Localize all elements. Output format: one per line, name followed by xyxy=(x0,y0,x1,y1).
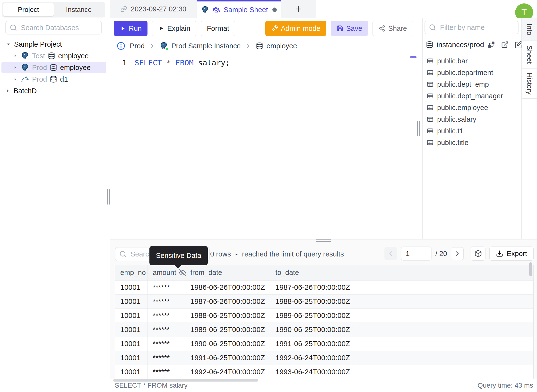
page-total: / 20 xyxy=(435,250,447,258)
row-count: 0 rows xyxy=(210,250,231,258)
cell-filler xyxy=(356,351,533,365)
table-name: public.bar xyxy=(437,57,468,65)
cell: 10001 xyxy=(115,365,147,379)
table-list-item[interactable]: public.title xyxy=(423,137,521,148)
horizontal-scrollbar-thumb[interactable] xyxy=(113,379,258,382)
cell: 1990-06-25T00:00:00Z xyxy=(185,337,270,351)
database-label: employee xyxy=(267,42,297,50)
cell: 10001 xyxy=(115,294,147,308)
right-sidebar-resize-handle[interactable] xyxy=(417,121,420,136)
tab-history[interactable]: History xyxy=(522,69,537,99)
column-header[interactable]: to_date xyxy=(270,265,356,280)
run-button[interactable]: Run xyxy=(114,21,147,36)
line-number: 1 xyxy=(110,58,127,67)
results-summary: 0 rows - reached the limit of query resu… xyxy=(210,247,344,261)
tab-datetime-sheet[interactable]: 2023-09-27 02:30 xyxy=(110,0,197,18)
column-header[interactable]: emp_no xyxy=(115,265,147,280)
eye-off-icon[interactable] xyxy=(179,269,186,276)
tree-item-test-employee[interactable]: Test employee xyxy=(0,50,108,62)
export-button[interactable]: Export xyxy=(489,247,534,261)
right-panel-tabs: Info Sheet History xyxy=(521,18,537,243)
table-name: public.department xyxy=(437,69,493,77)
table-list-item[interactable]: public.salary xyxy=(423,113,521,125)
table-list-item[interactable]: public.dept_emp xyxy=(423,78,521,90)
format-button[interactable]: Format xyxy=(201,21,235,36)
right-sidebar: instances/prod public.bar public.departm… xyxy=(422,18,521,243)
query-time: Query time: 43 ms xyxy=(477,382,533,389)
table-row: 10001******1986-06-26T00:00:00Z1987-06-2… xyxy=(115,280,533,294)
admin-mode-button[interactable]: Admin mode xyxy=(265,21,326,36)
next-page-button[interactable] xyxy=(451,247,464,260)
users-icon xyxy=(212,6,220,14)
scroll-indicator[interactable] xyxy=(410,56,416,58)
info-icon[interactable] xyxy=(117,42,125,50)
cell-masked: ****** xyxy=(147,351,185,365)
result-grid: emp_no amount from_date to_date 10001***… xyxy=(115,265,534,379)
tree-item-batchd[interactable]: BatchD xyxy=(0,85,108,97)
search-icon xyxy=(429,24,436,31)
external-link-icon[interactable] xyxy=(501,41,509,49)
cell-filler xyxy=(356,337,533,351)
environment-label: Prod xyxy=(32,75,47,83)
breadcrumb-instance[interactable]: Prod Sample Instance xyxy=(160,42,241,50)
breadcrumb: Prod Prod Sample Instance employee xyxy=(110,39,420,53)
table-list-item[interactable]: public.t1 xyxy=(423,125,521,137)
mysql-icon xyxy=(21,75,29,83)
table-list-item[interactable]: public.dept_manager xyxy=(423,90,521,102)
sql-star: * xyxy=(166,58,171,67)
results-resize-handle[interactable] xyxy=(316,239,331,242)
tab-project[interactable]: Project xyxy=(3,3,54,16)
explain-button[interactable]: Explain xyxy=(152,21,196,36)
search-databases-input[interactable] xyxy=(20,24,97,32)
table-icon xyxy=(426,116,434,123)
sidebar-resize-handle[interactable] xyxy=(107,189,110,205)
schema-diagram-icon[interactable] xyxy=(487,41,495,49)
postgresql-icon xyxy=(160,42,168,50)
column-header[interactable]: from_date xyxy=(185,265,270,280)
tab-info[interactable]: Info xyxy=(522,18,537,41)
table-icon xyxy=(426,69,434,76)
prev-page-button[interactable] xyxy=(384,247,397,260)
tab-sample-sheet[interactable]: Sample Sheet xyxy=(197,0,281,18)
sql-editor[interactable]: 1 SELECT * FROM salary; xyxy=(110,53,420,239)
save-button[interactable]: Save xyxy=(331,21,368,36)
table-icon xyxy=(426,57,434,65)
box-icon[interactable] xyxy=(471,247,485,261)
cell-masked: ****** xyxy=(147,294,185,308)
cell: 10001 xyxy=(115,323,147,337)
tab-sheet[interactable]: Sheet xyxy=(522,41,537,69)
tab-label: Sample Sheet xyxy=(224,6,268,14)
caret-right-icon xyxy=(13,77,18,82)
tree-item-prod-employee[interactable]: Prod employee xyxy=(1,62,106,73)
breadcrumb-database[interactable]: employee xyxy=(256,42,297,50)
explain-label: Explain xyxy=(167,25,190,33)
table-icon xyxy=(426,81,434,88)
share-button[interactable]: Share xyxy=(372,21,413,36)
table-name: public.employee xyxy=(437,104,488,112)
table-list-item[interactable]: public.bar xyxy=(423,55,521,67)
tree-item-sample-project[interactable]: Sample Project xyxy=(0,38,108,50)
cell-masked: ****** xyxy=(147,337,185,351)
tab-instance[interactable]: Instance xyxy=(54,3,104,16)
sql-keyword: SELECT xyxy=(135,58,162,67)
database-label: employee xyxy=(60,64,91,72)
table-icon xyxy=(426,92,434,100)
filter-by-name-input[interactable] xyxy=(440,23,514,32)
tree-item-prod-d1[interactable]: Prod d1 xyxy=(0,73,108,85)
project-label: BatchD xyxy=(14,87,37,95)
vertical-scrollbar-thumb[interactable] xyxy=(529,262,532,276)
plus-icon xyxy=(294,5,303,13)
cell: 1991-06-25T00:00:00Z xyxy=(270,337,356,351)
search-icon xyxy=(10,24,17,31)
table-list-item[interactable]: public.employee xyxy=(423,102,521,113)
table-row: 10001******1992-06-24T00:00:00Z1993-06-2… xyxy=(115,365,533,379)
page-number-input[interactable] xyxy=(401,247,432,261)
database-icon xyxy=(50,64,57,71)
new-tab-button[interactable] xyxy=(281,0,316,18)
column-label: amount xyxy=(153,269,176,277)
table-list-item[interactable]: public.department xyxy=(423,67,521,78)
breadcrumb-environment[interactable]: Prod xyxy=(130,42,145,50)
filter-box xyxy=(424,21,519,34)
unsaved-dot-icon xyxy=(272,8,277,12)
cell: 1993-06-24T00:00:00Z xyxy=(270,365,356,379)
